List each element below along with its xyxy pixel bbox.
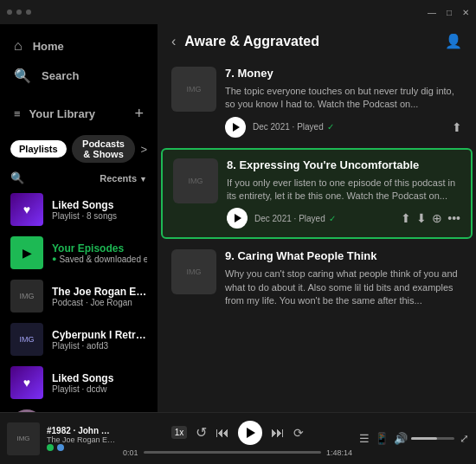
library-item-name: Your Episodes — [52, 242, 147, 255]
filter-tab-arrow[interactable]: > — [140, 143, 147, 156]
episode-desc: Why you can't stop caring what people th… — [225, 267, 462, 307]
rewind-button[interactable]: ↺ — [196, 424, 207, 441]
titlebar-dots — [7, 10, 31, 15]
episode-meta: Dec 2021 · Played ✓ — [254, 214, 336, 223]
list-item[interactable]: IMG The Joe Rogan Experie... Podcast · J… — [0, 274, 158, 318]
episode-item-highlighted: IMG 8. Expressing You're Uncomfortable I… — [161, 148, 473, 240]
episode-desc: If you only ever listen to one episode o… — [227, 177, 460, 203]
downloaded-icon: ● — [52, 255, 56, 263]
library-item-sub: Playlist · 8 songs — [52, 211, 147, 221]
volume-fill — [411, 437, 437, 440]
volume-row: 🔊 — [394, 432, 454, 445]
status-dot-green — [47, 444, 54, 451]
episode-thumb: IMG — [171, 249, 216, 294]
volume-icon[interactable]: 🔊 — [394, 432, 408, 445]
list-item[interactable]: TS Taylor Swift Artist — [0, 404, 158, 412]
cyberpunk-thumb: IMG — [10, 323, 43, 356]
episode-title: 8. Expressing You're Uncomfortable — [227, 158, 460, 173]
episode-title: 7. Money — [225, 67, 462, 81]
rogan-thumb: IMG — [10, 280, 43, 313]
play-icon — [233, 123, 240, 132]
content-header: ‹ Aware & Aggravated 👤 — [158, 24, 476, 58]
share-icon[interactable]: ⬆ — [452, 120, 462, 134]
fullscreen-icon[interactable]: ⤢ — [460, 432, 469, 445]
episode-footer: Dec 2021 · Played ✓ ⬆ ⬇ ⊕ ••• — [227, 208, 460, 229]
page-title: Aware & Aggravated — [184, 34, 319, 49]
sidebar-item-home[interactable]: ⌂ Home — [0, 31, 158, 61]
time-current: 0:01 — [123, 448, 138, 457]
library-item-sub: ● Saved & downloaded ep... — [52, 255, 147, 264]
progress-row: 0:01 1:48:14 — [123, 448, 352, 457]
episode-actions: ⬆ — [452, 120, 462, 134]
skip-back-button[interactable]: ⏮ — [215, 425, 229, 441]
content-area: ‹ Aware & Aggravated 👤 IMG 7. Money The … — [158, 24, 476, 412]
list-item[interactable]: ♥ Liked Songs Playlist · dcdw — [0, 361, 158, 404]
player-status — [47, 444, 116, 451]
device-icon[interactable]: 📱 — [375, 432, 389, 445]
liked2-thumb: ♥ — [10, 366, 43, 399]
more-icon[interactable]: ••• — [447, 211, 460, 225]
library-item-name: Cyberpunk I Retro Future — [52, 329, 147, 341]
episode-item: IMG 9. Caring What People Think Why you … — [161, 241, 473, 321]
player-center: 1x ↺ ⏮ ⏭ ⟳ 0:01 1:48:14 — [123, 421, 352, 457]
back-button[interactable]: ‹ — [171, 34, 176, 49]
sidebar: ⌂ Home 🔍 Search ≡ Your Library + Playlis… — [0, 24, 158, 412]
episode-meta: Dec 2021 · Played ✓ — [253, 122, 334, 132]
sidebar-library-header: ≡ Your Library + — [0, 98, 158, 130]
library-item-name: The Joe Rogan Experie... — [52, 286, 147, 298]
repeat-button[interactable]: ⟳ — [293, 426, 304, 440]
volume-bar[interactable] — [411, 437, 454, 440]
player-thumbnail: IMG — [7, 422, 40, 455]
list-item[interactable]: ▶ Your Episodes ● Saved & downloaded ep.… — [0, 231, 158, 274]
titlebar: — □ ✕ — [0, 0, 476, 24]
skip-forward-button[interactable]: ⏭ — [271, 425, 285, 441]
library-item-sub: Playlist · dcdw — [52, 384, 147, 394]
main-layout: ⌂ Home 🔍 Search ≡ Your Library + Playlis… — [0, 24, 476, 412]
player-controls: 1x ↺ ⏮ ⏭ ⟳ — [171, 421, 305, 445]
titlebar-dot-1 — [7, 10, 12, 15]
queue-icon[interactable]: ☰ — [359, 432, 370, 445]
add-library-button[interactable]: + — [134, 105, 144, 123]
share-icon[interactable]: ⬆ — [401, 211, 411, 225]
episode-desc: The topic everyone touches on but never … — [225, 85, 462, 112]
download-icon[interactable]: ⬇ — [416, 211, 427, 225]
close-button[interactable]: ✕ — [462, 8, 469, 17]
episodes-list: IMG 7. Money The topic everyone touches … — [158, 58, 476, 412]
check-icon: ✓ — [329, 214, 336, 223]
list-item[interactable]: IMG Cyberpunk I Retro Future Playlist · … — [0, 318, 158, 361]
titlebar-dot-2 — [16, 10, 22, 15]
episodes-thumb: ▶ — [10, 236, 43, 269]
profile-icon[interactable]: 👤 — [445, 33, 462, 49]
library-item-name: Liked Songs — [52, 199, 147, 211]
main-play-button[interactable] — [238, 421, 262, 445]
sidebar-filter-tabs: Playlists Podcasts & Shows > — [0, 130, 158, 168]
home-icon: ⌂ — [14, 38, 23, 54]
check-icon: ✓ — [327, 122, 334, 132]
episode-title: 9. Caring What People Think — [225, 249, 462, 264]
episode-actions: ⬆ ⬇ ⊕ ••• — [401, 211, 460, 225]
time-total: 1:48:14 — [326, 448, 352, 457]
list-item[interactable]: ♥ Liked Songs Playlist · 8 songs — [0, 188, 158, 231]
sidebar-item-search[interactable]: 🔍 Search — [0, 61, 158, 91]
add-icon[interactable]: ⊕ — [432, 211, 442, 225]
library-label: Your Library — [29, 107, 95, 120]
sidebar-search-icon[interactable]: 🔍 — [10, 171, 24, 184]
progress-bar[interactable] — [144, 451, 321, 454]
episode-footer: Dec 2021 · Played ✓ ⬆ — [225, 117, 462, 138]
sidebar-item-search-label: Search — [42, 69, 79, 82]
filter-tab-podcasts[interactable]: Podcasts & Shows — [72, 135, 136, 163]
play-icon — [247, 428, 255, 438]
episode-item: IMG 7. Money The topic everyone touches … — [161, 58, 473, 146]
speed-button[interactable]: 1x — [171, 426, 188, 439]
play-button[interactable] — [225, 117, 246, 138]
sidebar-nav: ⌂ Home 🔍 Search — [0, 24, 158, 98]
recents-label[interactable]: Recents ▼ — [100, 173, 147, 184]
titlebar-dot-3 — [26, 10, 31, 15]
maximize-button[interactable]: □ — [447, 8, 452, 17]
filter-tab-playlists[interactable]: Playlists — [10, 140, 67, 158]
play-button[interactable] — [227, 208, 248, 229]
library-item-sub: Playlist · aofd3 — [52, 341, 147, 351]
player-bar: IMG #1982 · John He... The Joe Rogan Exp… — [0, 412, 476, 464]
play-icon — [235, 214, 241, 222]
minimize-button[interactable]: — — [428, 8, 436, 17]
